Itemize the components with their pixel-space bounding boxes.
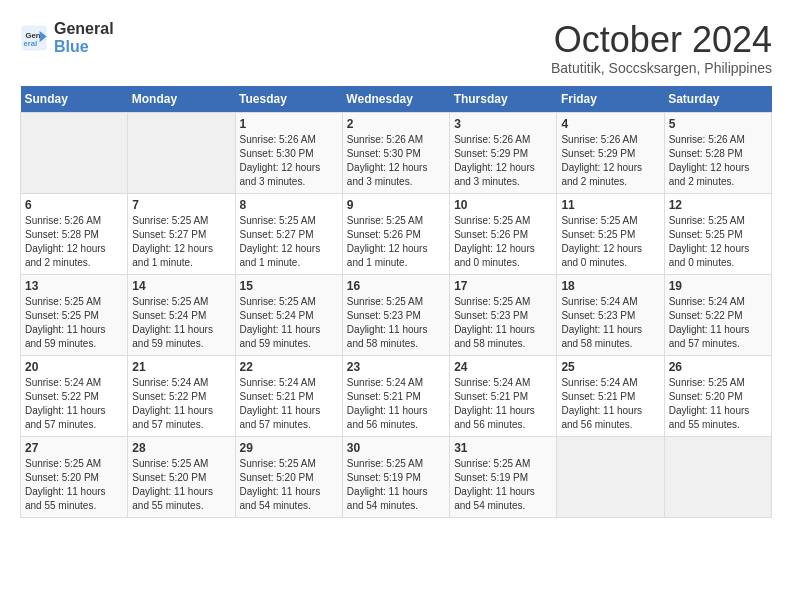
calendar-cell: 26Sunrise: 5:25 AM Sunset: 5:20 PM Dayli… (664, 355, 771, 436)
day-info: Sunrise: 5:25 AM Sunset: 5:27 PM Dayligh… (240, 214, 338, 270)
day-info: Sunrise: 5:25 AM Sunset: 5:20 PM Dayligh… (669, 376, 767, 432)
day-info: Sunrise: 5:25 AM Sunset: 5:24 PM Dayligh… (132, 295, 230, 351)
day-number: 22 (240, 360, 338, 374)
calendar-cell: 4Sunrise: 5:26 AM Sunset: 5:29 PM Daylig… (557, 112, 664, 193)
calendar-cell: 20Sunrise: 5:24 AM Sunset: 5:22 PM Dayli… (21, 355, 128, 436)
logo-text-line1: General (54, 20, 114, 38)
day-info: Sunrise: 5:25 AM Sunset: 5:23 PM Dayligh… (454, 295, 552, 351)
day-number: 1 (240, 117, 338, 131)
calendar-week-row: 1Sunrise: 5:26 AM Sunset: 5:30 PM Daylig… (21, 112, 772, 193)
day-number: 14 (132, 279, 230, 293)
logo: Gen eral General Blue (20, 20, 114, 55)
day-number: 3 (454, 117, 552, 131)
day-number: 10 (454, 198, 552, 212)
day-info: Sunrise: 5:26 AM Sunset: 5:29 PM Dayligh… (561, 133, 659, 189)
weekday-header: Sunday (21, 86, 128, 113)
title-block: October 2024 Batutitik, Soccsksargen, Ph… (551, 20, 772, 76)
day-info: Sunrise: 5:24 AM Sunset: 5:22 PM Dayligh… (669, 295, 767, 351)
day-info: Sunrise: 5:25 AM Sunset: 5:20 PM Dayligh… (240, 457, 338, 513)
calendar-cell (21, 112, 128, 193)
day-info: Sunrise: 5:25 AM Sunset: 5:23 PM Dayligh… (347, 295, 445, 351)
calendar-cell: 16Sunrise: 5:25 AM Sunset: 5:23 PM Dayli… (342, 274, 449, 355)
day-info: Sunrise: 5:26 AM Sunset: 5:29 PM Dayligh… (454, 133, 552, 189)
calendar-cell: 13Sunrise: 5:25 AM Sunset: 5:25 PM Dayli… (21, 274, 128, 355)
calendar-cell: 14Sunrise: 5:25 AM Sunset: 5:24 PM Dayli… (128, 274, 235, 355)
day-info: Sunrise: 5:24 AM Sunset: 5:23 PM Dayligh… (561, 295, 659, 351)
day-info: Sunrise: 5:24 AM Sunset: 5:22 PM Dayligh… (132, 376, 230, 432)
day-number: 28 (132, 441, 230, 455)
calendar-cell (557, 436, 664, 517)
calendar-cell: 8Sunrise: 5:25 AM Sunset: 5:27 PM Daylig… (235, 193, 342, 274)
day-number: 20 (25, 360, 123, 374)
calendar-cell: 12Sunrise: 5:25 AM Sunset: 5:25 PM Dayli… (664, 193, 771, 274)
calendar-cell: 18Sunrise: 5:24 AM Sunset: 5:23 PM Dayli… (557, 274, 664, 355)
day-number: 7 (132, 198, 230, 212)
day-number: 21 (132, 360, 230, 374)
weekday-header-row: SundayMondayTuesdayWednesdayThursdayFrid… (21, 86, 772, 113)
weekday-header: Tuesday (235, 86, 342, 113)
day-number: 11 (561, 198, 659, 212)
logo-text-line2: Blue (54, 38, 114, 56)
calendar-week-row: 20Sunrise: 5:24 AM Sunset: 5:22 PM Dayli… (21, 355, 772, 436)
svg-text:eral: eral (24, 39, 38, 48)
day-info: Sunrise: 5:24 AM Sunset: 5:21 PM Dayligh… (240, 376, 338, 432)
day-info: Sunrise: 5:24 AM Sunset: 5:21 PM Dayligh… (454, 376, 552, 432)
calendar-cell: 10Sunrise: 5:25 AM Sunset: 5:26 PM Dayli… (450, 193, 557, 274)
day-info: Sunrise: 5:25 AM Sunset: 5:27 PM Dayligh… (132, 214, 230, 270)
day-number: 18 (561, 279, 659, 293)
calendar-cell: 11Sunrise: 5:25 AM Sunset: 5:25 PM Dayli… (557, 193, 664, 274)
calendar-cell: 30Sunrise: 5:25 AM Sunset: 5:19 PM Dayli… (342, 436, 449, 517)
day-info: Sunrise: 5:26 AM Sunset: 5:30 PM Dayligh… (240, 133, 338, 189)
month-title: October 2024 (551, 20, 772, 60)
weekday-header: Saturday (664, 86, 771, 113)
day-info: Sunrise: 5:25 AM Sunset: 5:25 PM Dayligh… (669, 214, 767, 270)
day-info: Sunrise: 5:25 AM Sunset: 5:20 PM Dayligh… (25, 457, 123, 513)
calendar-cell (664, 436, 771, 517)
day-info: Sunrise: 5:25 AM Sunset: 5:25 PM Dayligh… (561, 214, 659, 270)
calendar-week-row: 13Sunrise: 5:25 AM Sunset: 5:25 PM Dayli… (21, 274, 772, 355)
day-number: 12 (669, 198, 767, 212)
day-number: 30 (347, 441, 445, 455)
day-info: Sunrise: 5:25 AM Sunset: 5:19 PM Dayligh… (454, 457, 552, 513)
day-number: 25 (561, 360, 659, 374)
weekday-header: Wednesday (342, 86, 449, 113)
calendar-cell: 17Sunrise: 5:25 AM Sunset: 5:23 PM Dayli… (450, 274, 557, 355)
day-number: 17 (454, 279, 552, 293)
calendar-cell: 21Sunrise: 5:24 AM Sunset: 5:22 PM Dayli… (128, 355, 235, 436)
day-info: Sunrise: 5:25 AM Sunset: 5:19 PM Dayligh… (347, 457, 445, 513)
day-number: 5 (669, 117, 767, 131)
day-number: 26 (669, 360, 767, 374)
day-number: 31 (454, 441, 552, 455)
calendar-cell (128, 112, 235, 193)
page-header: Gen eral General Blue October 2024 Batut… (20, 20, 772, 76)
day-number: 16 (347, 279, 445, 293)
calendar-cell: 31Sunrise: 5:25 AM Sunset: 5:19 PM Dayli… (450, 436, 557, 517)
calendar-cell: 27Sunrise: 5:25 AM Sunset: 5:20 PM Dayli… (21, 436, 128, 517)
calendar-cell: 1Sunrise: 5:26 AM Sunset: 5:30 PM Daylig… (235, 112, 342, 193)
day-info: Sunrise: 5:25 AM Sunset: 5:26 PM Dayligh… (454, 214, 552, 270)
day-info: Sunrise: 5:25 AM Sunset: 5:26 PM Dayligh… (347, 214, 445, 270)
weekday-header: Monday (128, 86, 235, 113)
calendar-cell: 9Sunrise: 5:25 AM Sunset: 5:26 PM Daylig… (342, 193, 449, 274)
calendar-table: SundayMondayTuesdayWednesdayThursdayFrid… (20, 86, 772, 518)
calendar-cell: 29Sunrise: 5:25 AM Sunset: 5:20 PM Dayli… (235, 436, 342, 517)
day-number: 29 (240, 441, 338, 455)
day-info: Sunrise: 5:24 AM Sunset: 5:21 PM Dayligh… (347, 376, 445, 432)
calendar-cell: 24Sunrise: 5:24 AM Sunset: 5:21 PM Dayli… (450, 355, 557, 436)
calendar-cell: 23Sunrise: 5:24 AM Sunset: 5:21 PM Dayli… (342, 355, 449, 436)
day-info: Sunrise: 5:26 AM Sunset: 5:28 PM Dayligh… (669, 133, 767, 189)
day-number: 2 (347, 117, 445, 131)
day-number: 24 (454, 360, 552, 374)
calendar-cell: 2Sunrise: 5:26 AM Sunset: 5:30 PM Daylig… (342, 112, 449, 193)
day-number: 6 (25, 198, 123, 212)
location-subtitle: Batutitik, Soccsksargen, Philippines (551, 60, 772, 76)
day-number: 19 (669, 279, 767, 293)
calendar-cell: 3Sunrise: 5:26 AM Sunset: 5:29 PM Daylig… (450, 112, 557, 193)
day-number: 13 (25, 279, 123, 293)
day-number: 9 (347, 198, 445, 212)
day-info: Sunrise: 5:26 AM Sunset: 5:30 PM Dayligh… (347, 133, 445, 189)
calendar-cell: 28Sunrise: 5:25 AM Sunset: 5:20 PM Dayli… (128, 436, 235, 517)
day-number: 23 (347, 360, 445, 374)
calendar-cell: 19Sunrise: 5:24 AM Sunset: 5:22 PM Dayli… (664, 274, 771, 355)
calendar-cell: 5Sunrise: 5:26 AM Sunset: 5:28 PM Daylig… (664, 112, 771, 193)
